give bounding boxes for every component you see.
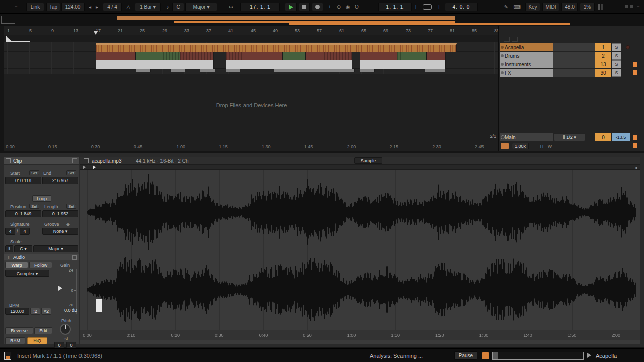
link-button[interactable]: Link [26, 3, 44, 11]
capture-midi-icon[interactable]: + [326, 3, 333, 11]
nudge-up-icon[interactable]: ▸ [94, 3, 100, 11]
punch-out-icon[interactable]: ⊣ [434, 3, 441, 11]
edit-button[interactable]: Edit [34, 327, 52, 334]
zoom-height-button[interactable]: H [539, 143, 545, 149]
main-volume-field[interactable]: -13.5 [612, 133, 630, 141]
panel-menu-icon[interactable]: ≡ [635, 3, 642, 11]
overview-zoom-box[interactable] [1, 16, 15, 24]
clip-activator-icon[interactable] [6, 158, 11, 163]
gain-value[interactable]: 0.0 dB [54, 308, 77, 313]
solo-button[interactable]: S [612, 52, 621, 60]
loop-start-field[interactable]: 1. 1. 1 [378, 3, 412, 11]
track-name-cell[interactable]: FX [500, 69, 553, 77]
loop-brace-icon[interactable] [5, 35, 31, 42]
start-set-button[interactable]: Set [29, 170, 39, 175]
main-track-name-cell[interactable]: Main [500, 133, 553, 141]
scale-name-menu[interactable]: Major ▾ [33, 245, 78, 252]
options-menu-icon[interactable]: ≡ [12, 3, 20, 11]
draw-mode-icon[interactable]: ✎ [502, 3, 510, 11]
track-number-box[interactable]: 1 [595, 43, 611, 51]
groove-menu[interactable]: None ▾ [42, 228, 78, 235]
bpm-double-button[interactable]: ×2 [41, 308, 51, 315]
track-activator-icon[interactable] [501, 63, 504, 66]
session-record-icon[interactable]: O [353, 3, 360, 11]
track-row-drums[interactable]: Drums2S [500, 52, 640, 60]
track-activator-icon[interactable] [501, 54, 504, 57]
track-row-acapella[interactable]: Acapella1S [500, 43, 640, 52]
main-routing-menu[interactable]: ‖ 1/2 ▾ [554, 133, 585, 141]
warp-marker-strip[interactable]: ◂ [80, 165, 640, 170]
follow-icon[interactable]: ↦ [227, 3, 235, 11]
zoom-width-button[interactable]: W [547, 143, 553, 149]
scale-name-menu[interactable]: Major ▾ [185, 3, 217, 11]
track-activator-icon[interactable] [501, 71, 504, 74]
track-lanes[interactable] [4, 42, 498, 74]
track-activator-icon[interactable] [501, 46, 504, 49]
arrangement-overview[interactable] [0, 14, 644, 26]
track-name-cell[interactable]: Acapella [500, 43, 553, 51]
warp-button[interactable]: Warp [5, 262, 28, 268]
selection-marker[interactable] [96, 299, 102, 312]
gain-slider-track[interactable] [76, 269, 77, 314]
solo-button[interactable]: S [612, 43, 621, 51]
scrub-area[interactable] [4, 35, 498, 42]
loop-toggle-button[interactable]: Loop [32, 195, 51, 202]
track-name-cell[interactable]: Instruments [500, 60, 553, 68]
nudge-down-icon[interactable]: ◂ [87, 3, 93, 11]
pause-analysis-button[interactable]: Pause [454, 351, 477, 360]
quantize-menu[interactable]: 1 Bar ▾ [135, 3, 161, 11]
preview-play-icon[interactable] [587, 353, 591, 358]
stop-button[interactable] [299, 3, 310, 11]
scale-root-menu[interactable]: C [172, 3, 184, 11]
audio-section-header[interactable]: ‖ Audio [4, 254, 79, 260]
grid-mode-button[interactable] [501, 143, 509, 149]
cpu-meter-value[interactable]: 1% [580, 3, 595, 11]
overdub-icon[interactable]: ⊙ [335, 3, 342, 11]
loop-length-field[interactable]: 0: 1.952 [42, 210, 78, 217]
arrangement-position-display[interactable]: 17. 1. 1 [240, 3, 280, 11]
insert-marker-flag[interactable] [94, 31, 98, 35]
track-number-box[interactable]: 30 [595, 69, 611, 77]
seg-bpm-field[interactable]: 120.00 [5, 308, 29, 315]
record-arm-icon[interactable] [626, 45, 630, 49]
follow-button[interactable]: Follow [29, 262, 52, 268]
section-collapse-icon[interactable] [72, 255, 77, 260]
warp-mode-menu[interactable]: Complex ▾ [5, 270, 49, 277]
pitch-knob[interactable] [60, 324, 71, 335]
metronome-icon[interactable]: △ [124, 3, 133, 11]
playback-speed-field[interactable]: 1.00x [512, 143, 529, 149]
automation-arm-icon[interactable]: ◉ [344, 3, 351, 11]
clip-start-field[interactable]: 0: 0.118 [5, 177, 41, 184]
arrangement-drop-zone[interactable]: Drop Files and Devices Here [4, 74, 498, 142]
end-set-button[interactable]: Set [66, 170, 76, 175]
position-set-button[interactable]: Set [29, 204, 39, 209]
computer-midi-keyboard-icon[interactable]: ⌨ [512, 3, 522, 11]
signature-denominator-field[interactable]: 4 [20, 228, 30, 235]
main-track-row[interactable]: Main ‖ 1/2 ▾ 0 -13.5 [500, 133, 640, 142]
track-row-instruments[interactable]: Instruments13S [500, 60, 640, 69]
groove-commit-icon[interactable]: ◆ [66, 222, 70, 227]
punch-in-icon[interactable]: ⊢ [414, 3, 421, 11]
midi-map-button[interactable]: MIDI [542, 3, 559, 11]
sample-time-ruler[interactable]: 0:000:100:200:300:400:501:001:101:201:30… [80, 330, 640, 340]
scale-root-menu[interactable]: C ▾ [14, 245, 32, 252]
warp-marker-icon[interactable] [93, 165, 96, 169]
track-number-box[interactable]: 13 [595, 60, 611, 68]
sample-tab[interactable]: Sample [354, 157, 382, 164]
key-map-button[interactable]: Key [525, 3, 540, 11]
tempo-field[interactable]: 124.00 [61, 3, 85, 11]
start-marker-icon[interactable] [83, 165, 86, 169]
play-button[interactable] [285, 3, 297, 11]
solo-button[interactable]: S [612, 60, 621, 68]
sample-waveform-canvas[interactable] [80, 170, 640, 330]
loop-length-field[interactable]: 4. 0. 0 [445, 3, 478, 11]
record-button[interactable] [312, 3, 323, 11]
main-pan-field[interactable]: 0 [595, 133, 611, 141]
ram-button[interactable]: RAM [5, 337, 25, 344]
track-row-fx[interactable]: FX30S [500, 69, 640, 77]
scale-piano-icon[interactable]: ‖ [5, 245, 13, 252]
tap-tempo-button[interactable]: Tap [46, 3, 60, 11]
clip-tab[interactable]: Clip [4, 157, 79, 165]
clip-end-field[interactable]: 2: 6.967 [42, 177, 78, 184]
bar-ruler[interactable]: 1591317212529333741454953576165697377818… [4, 26, 498, 35]
